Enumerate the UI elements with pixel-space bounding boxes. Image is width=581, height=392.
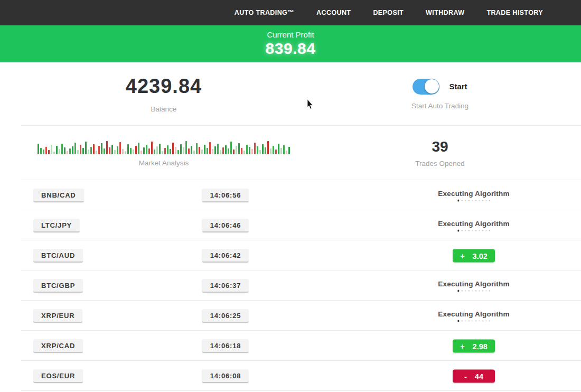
progress-dot — [468, 290, 470, 292]
progress-dot — [485, 290, 487, 292]
balance-label: Balance — [151, 105, 177, 113]
top-navbar: AUTO TRADING™ ACCOUNT DEPOSIT WITHDRAW T… — [0, 0, 581, 25]
progress-dots — [457, 290, 490, 292]
progress-dot — [482, 230, 484, 231]
time-tag[interactable]: 14:06:46 — [202, 219, 249, 232]
chart-bar — [90, 147, 92, 154]
pair-tag[interactable]: XRP/EUR — [33, 309, 82, 323]
table-row: XRP/CAD 14:06:18 +2.98 — [0, 331, 581, 361]
nav-deposit[interactable]: DEPOSIT — [373, 9, 404, 16]
chart-bar — [48, 150, 50, 154]
chart-bar — [127, 144, 129, 154]
chart-bar — [96, 151, 97, 154]
chart-bar — [201, 150, 203, 154]
progress-dot — [465, 290, 466, 292]
nav-withdraw[interactable]: WITHDRAW — [426, 9, 464, 16]
trades-opened-value: 39 — [432, 138, 448, 155]
chart-bar — [222, 147, 224, 154]
chart-bar — [104, 148, 105, 154]
chart-bar — [106, 141, 108, 154]
chart-bar — [51, 145, 52, 154]
chart-bar — [154, 150, 155, 154]
trades-opened-block: 39 Trades Opened — [327, 126, 552, 180]
table-row: BTC/GBP 14:06:37 Executing Algorithm — [0, 270, 581, 301]
pair-tag[interactable]: BNB/CAD — [33, 189, 84, 202]
progress-dot — [462, 200, 463, 201]
time-tag[interactable]: 14:06:56 — [202, 189, 249, 202]
chart-bar — [93, 144, 95, 154]
chart-bar — [114, 150, 116, 154]
toggle-start-label: Start — [449, 82, 467, 91]
chart-bar — [262, 144, 264, 154]
nav-auto-trading[interactable]: AUTO TRADING™ — [235, 9, 294, 16]
chart-bar — [98, 146, 100, 154]
chart-bar — [214, 146, 216, 154]
chart-bar — [228, 148, 229, 154]
current-profit-label: Current Profit — [267, 30, 314, 39]
chart-bar — [82, 148, 84, 154]
status-cell: Executing Algorithm — [438, 310, 509, 322]
progress-dot — [479, 230, 480, 231]
current-profit-value: 839.84 — [266, 40, 316, 58]
auto-trading-toggle[interactable] — [413, 79, 439, 95]
pair-tag[interactable]: LTC/JPY — [33, 219, 80, 232]
pair-tag[interactable]: EOS/EUR — [33, 369, 83, 383]
chart-bar — [138, 143, 139, 154]
chart-bar — [185, 141, 187, 154]
chart-bar — [164, 148, 166, 154]
time-tag[interactable]: 14:06:37 — [202, 279, 249, 293]
chart-bar — [156, 146, 158, 154]
executing-algorithm-label: Executing Algorithm — [438, 189, 509, 197]
chart-bar — [143, 147, 145, 154]
chart-bar — [225, 145, 227, 154]
chart-bar — [275, 150, 277, 154]
start-auto-trading-label: Start Auto Trading — [411, 102, 468, 110]
progress-dot — [475, 230, 477, 231]
progress-dot — [462, 290, 463, 292]
nav-account[interactable]: ACCOUNT — [316, 9, 351, 16]
chart-bar — [238, 143, 240, 154]
market-analysis-label: Market Analysis — [139, 159, 189, 167]
chart-bar — [288, 147, 290, 154]
auto-trading-block: Start Start Auto Trading — [327, 62, 552, 126]
chart-bar — [67, 151, 68, 154]
status-cell: -44 — [453, 369, 495, 382]
chart-bar — [188, 148, 190, 154]
chart-bar — [212, 149, 213, 154]
progress-dot — [457, 200, 460, 202]
balance-block: 4239.84 Balance — [0, 62, 327, 126]
progress-dots — [457, 320, 490, 322]
progress-dot — [479, 290, 480, 292]
progress-dots — [457, 230, 490, 231]
time-tag[interactable]: 14:06:18 — [202, 339, 249, 353]
progress-dot — [489, 290, 491, 292]
result-sign: + — [460, 342, 464, 350]
chart-bar — [183, 147, 184, 154]
nav-trade-history[interactable]: TRADE HISTORY — [486, 9, 543, 16]
chart-bar — [111, 145, 113, 154]
toggle-knob[interactable] — [425, 79, 439, 94]
progress-dot — [485, 320, 487, 322]
chart-bar — [135, 146, 137, 154]
loss-badge: -44 — [453, 369, 495, 382]
progress-dot — [472, 320, 473, 322]
progress-dot — [482, 200, 484, 201]
chart-bar — [193, 151, 195, 154]
time-tag[interactable]: 14:06:25 — [202, 309, 249, 323]
chart-bar — [61, 144, 63, 154]
pair-tag[interactable]: XRP/CAD — [33, 339, 83, 353]
chart-bar — [69, 148, 71, 154]
pair-tag[interactable]: BTC/AUD — [33, 249, 83, 263]
chart-bar — [257, 146, 258, 154]
time-tag[interactable]: 14:06:08 — [202, 369, 249, 383]
chart-bar — [251, 149, 253, 154]
pair-tag[interactable]: BTC/GBP — [33, 279, 83, 293]
chart-bar — [283, 145, 285, 154]
time-tag[interactable]: 14:06:42 — [202, 249, 249, 263]
chart-bar — [151, 142, 153, 154]
chart-bar — [59, 149, 60, 154]
chart-bar — [278, 144, 279, 154]
chart-bar — [38, 144, 39, 154]
chart-bar — [230, 142, 232, 154]
progress-dots — [457, 200, 490, 201]
